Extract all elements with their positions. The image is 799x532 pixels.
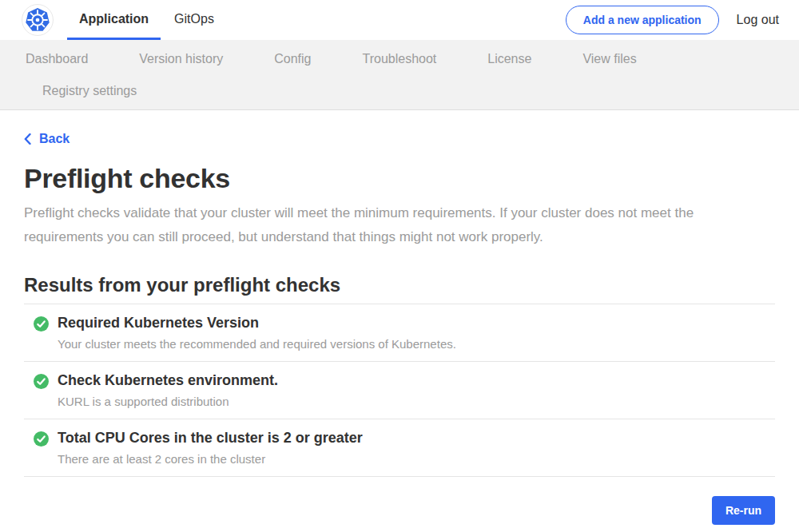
kubernetes-logo-icon[interactable] <box>22 4 54 36</box>
top-nav: Application GitOps <box>66 0 227 40</box>
subnav-item-version-history[interactable]: Version history <box>139 52 223 66</box>
subnav-row-1: Dashboard Version history Config Trouble… <box>26 43 773 75</box>
check-circle-icon <box>34 374 49 389</box>
check-body: Required Kubernetes Version Your cluster… <box>58 315 456 351</box>
preflight-check-row: Check Kubernetes environment. KURL is a … <box>24 361 775 419</box>
check-circle-icon <box>34 431 49 447</box>
tab-application[interactable]: Application <box>67 0 161 40</box>
check-message: KURL is a supported distribution <box>58 395 278 408</box>
page-actions: Re-run <box>24 496 775 525</box>
check-circle-icon <box>34 316 49 332</box>
subnav-item-config[interactable]: Config <box>274 52 311 66</box>
results-heading: Results from your preflight checks <box>24 274 775 296</box>
check-title: Check Kubernetes environment. <box>58 372 278 389</box>
page-title: Preflight checks <box>24 163 775 194</box>
preflight-results-list: Required Kubernetes Version Your cluster… <box>24 304 775 477</box>
preflight-check-row: Total CPU Cores in the cluster is 2 or g… <box>24 419 775 476</box>
back-link[interactable]: Back <box>24 132 70 146</box>
subnav-item-view-files[interactable]: View files <box>582 52 636 66</box>
check-title: Total CPU Cores in the cluster is 2 or g… <box>58 430 363 447</box>
check-message: There are at least 2 cores in the cluste… <box>58 452 363 466</box>
subnav-item-registry-settings[interactable]: Registry settings <box>42 84 137 98</box>
check-body: Total CPU Cores in the cluster is 2 or g… <box>58 430 363 466</box>
app-subnav: Dashboard Version history Config Trouble… <box>0 40 799 110</box>
add-new-application-button[interactable]: Add a new application <box>566 6 719 34</box>
back-link-label: Back <box>39 132 70 146</box>
chevron-left-icon <box>24 133 31 145</box>
subnav-item-troubleshoot[interactable]: Troubleshoot <box>362 52 436 66</box>
tab-gitops[interactable]: GitOps <box>162 0 226 40</box>
check-title: Required Kubernetes Version <box>58 315 456 332</box>
tab-application-label: Application <box>79 12 149 26</box>
check-body: Check Kubernetes environment. KURL is a … <box>58 372 278 408</box>
check-message: Your cluster meets the recommended and r… <box>58 337 456 351</box>
tab-gitops-label: GitOps <box>174 12 214 26</box>
logout-link[interactable]: Log out <box>737 13 779 27</box>
subnav-item-dashboard[interactable]: Dashboard <box>26 52 88 66</box>
page-description: Preflight checks validate that your clus… <box>24 201 753 249</box>
top-header: Application GitOps Add a new application… <box>0 0 799 40</box>
preflight-page: Back Preflight checks Preflight checks v… <box>0 110 799 525</box>
preflight-check-row: Required Kubernetes Version Your cluster… <box>24 304 775 361</box>
header-actions: Add a new application Log out <box>566 6 779 34</box>
rerun-button[interactable]: Re-run <box>712 496 775 525</box>
subnav-row-2: Registry settings <box>26 75 773 107</box>
subnav-item-license[interactable]: License <box>487 52 531 66</box>
